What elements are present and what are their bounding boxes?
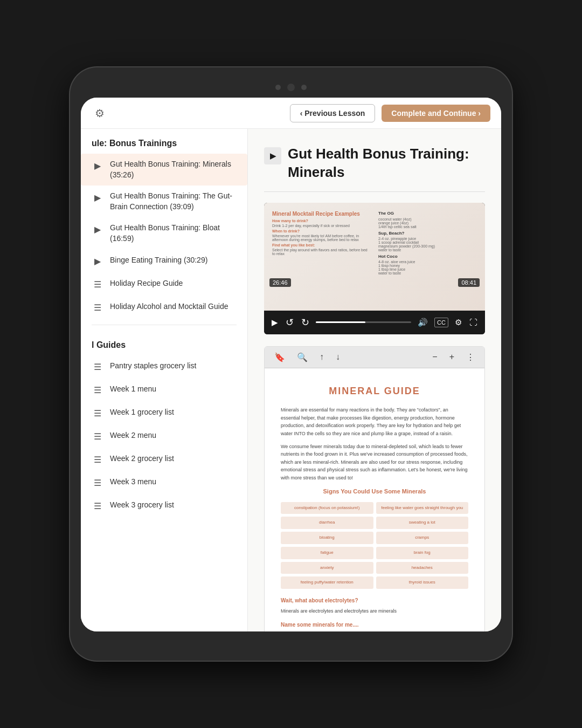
video-timestamp-right: 08:41 — [458, 278, 480, 287]
video-play-icon: ▶ — [270, 151, 276, 161]
prev-lesson-label: ‹ Previous Lesson — [300, 109, 365, 118]
pdf-zoom-in-button[interactable]: + — [447, 351, 456, 363]
top-nav: ⚙ ‹ Previous Lesson Complete and Continu… — [81, 98, 501, 129]
list-icon-g4: ☰ — [92, 454, 103, 466]
video-player[interactable]: Mineral Mocktail Recipe Examples How man… — [264, 203, 485, 334]
pdf-viewer: 🔖 🔍 ↑ ↓ − + ⋮ MINERAL GUIDE Minerals are… — [264, 346, 485, 631]
sign-7: brain fog — [376, 547, 469, 559]
play-icon-2: ▶ — [92, 223, 103, 235]
main-area: ule: Bonus Trainings ▶ Gut Health Bonus … — [81, 129, 501, 631]
play-pause-button[interactable]: ▶ — [271, 317, 279, 328]
sign-9: headaches — [376, 562, 469, 574]
sign-10: feeling puffy/water retention — [281, 576, 373, 589]
sidebar-item-0[interactable]: ▶ Gut Health Bonus Training: Minerals (3… — [81, 154, 247, 186]
name-minerals-title: Name some minerals for me.... — [281, 621, 468, 629]
sidebar-item-text-0: Gut Health Bonus Training: Minerals (35:… — [110, 159, 237, 180]
pdf-toolbar: 🔖 🔍 ↑ ↓ − + ⋮ — [265, 347, 484, 368]
electrolytes-text: Minerals are electrolytes and electrolyt… — [281, 607, 468, 615]
list-icon-g1: ☰ — [92, 384, 103, 396]
sidebar-item-1[interactable]: ▶ Gut Health Bonus Training: The Gut-Bra… — [81, 186, 247, 217]
camera-bar — [81, 84, 501, 91]
sidebar-item-text-1: Gut Health Bonus Training: The Gut-Brain… — [110, 191, 237, 212]
forward-button[interactable]: ↻ — [300, 315, 310, 329]
sidebar-item-text-5: Holiday Alcohol and Mocktail Guide — [110, 301, 228, 312]
guide-item-text-0: Pantry staples grocery list — [110, 361, 196, 372]
tablet-frame: ⚙ ‹ Previous Lesson Complete and Continu… — [70, 67, 512, 661]
sidebar-item-text-4: Holiday Recipe Guide — [110, 278, 183, 289]
volume-button[interactable]: 🔊 — [417, 317, 429, 328]
pdf-zoom-out-button[interactable]: − — [430, 351, 439, 363]
guide-item-6[interactable]: ☰ Week 3 grocery list — [81, 495, 247, 518]
signs-grid: constipation (focus on potassium!) feeli… — [281, 502, 468, 589]
video-controls: ▶ ↺ ↻ 🔊 CC ⚙ ⛶ — [264, 311, 485, 334]
sign-6: fatigue — [281, 547, 373, 559]
sidebar: ule: Bonus Trainings ▶ Gut Health Bonus … — [81, 129, 248, 631]
video-timestamp-left: 26:46 — [269, 278, 291, 287]
rewind-button[interactable]: ↺ — [285, 315, 295, 329]
settings-button[interactable]: ⚙ — [92, 104, 108, 123]
play-icon-0: ▶ — [92, 160, 103, 171]
list-icon-g6: ☰ — [92, 500, 103, 512]
guide-item-1[interactable]: ☰ Week 1 menu — [81, 379, 247, 402]
settings-video-button[interactable]: ⚙ — [454, 317, 463, 328]
content-title-text: Gut Health Bonus Training: Minerals — [288, 145, 485, 182]
guides-section-title: l Guides — [81, 331, 247, 355]
sign-2: diarrhea — [281, 517, 373, 529]
guide-item-2[interactable]: ☰ Week 1 grocery list — [81, 402, 247, 425]
guide-item-text-4: Week 2 grocery list — [110, 454, 174, 464]
guide-item-text-3: Week 2 menu — [110, 430, 156, 441]
signs-title: Signs You Could Use Some Minerals — [281, 487, 468, 497]
list-icon-g2: ☰ — [92, 408, 103, 420]
video-icon-box: ▶ — [264, 147, 281, 164]
sign-1: feeling like water goes straight through… — [376, 502, 469, 514]
prev-lesson-button[interactable]: ‹ Previous Lesson — [290, 104, 376, 122]
sidebar-item-text-3: Binge Eating Training (30:29) — [110, 255, 207, 266]
camera-dot-right — [301, 85, 307, 90]
sign-0: constipation (focus on potassium!) — [281, 502, 373, 514]
bonus-section-title: ule: Bonus Trainings — [81, 129, 247, 154]
content-title: ▶ Gut Health Bonus Training: Minerals — [264, 145, 485, 182]
sidebar-item-2[interactable]: ▶ Gut Health Bonus Training: Bloat (16:5… — [81, 217, 247, 249]
camera-dot-left — [275, 85, 281, 90]
pdf-more-button[interactable]: ⋮ — [464, 351, 477, 363]
guide-item-text-6: Week 3 grocery list — [110, 500, 174, 511]
pdf-content: MINERAL GUIDE Minerals are essential for… — [265, 368, 484, 631]
video-progress-bar[interactable] — [316, 321, 411, 323]
sidebar-item-3[interactable]: ▶ Binge Eating Training (30:29) — [81, 250, 247, 273]
list-icon-g0: ☰ — [92, 361, 103, 373]
fullscreen-button[interactable]: ⛶ — [468, 317, 479, 328]
video-progress-fill — [316, 321, 365, 323]
pdf-up-button[interactable]: ↑ — [317, 351, 326, 363]
guide-item-text-2: Week 1 grocery list — [110, 407, 174, 418]
guide-item-3[interactable]: ☰ Week 2 menu — [81, 425, 247, 448]
camera-dot-center — [287, 84, 295, 91]
sign-8: anxiety — [281, 562, 373, 574]
recipe-col-left: Mineral Mocktail Recipe Examples How man… — [269, 208, 373, 305]
sign-11: thyroid issues — [376, 576, 469, 589]
video-thumbnail-content: Mineral Mocktail Recipe Examples How man… — [264, 203, 485, 311]
content-divider — [264, 191, 485, 192]
sign-5: cramps — [376, 532, 469, 544]
video-thumbnail: Mineral Mocktail Recipe Examples How man… — [264, 203, 485, 311]
pdf-para-2: We consume fewer minerals today due to m… — [281, 443, 468, 482]
sidebar-item-4[interactable]: ☰ Holiday Recipe Guide — [81, 273, 247, 296]
pdf-search-button[interactable]: 🔍 — [295, 351, 310, 363]
complete-continue-label: Complete and Continue › — [391, 109, 481, 118]
gear-icon: ⚙ — [95, 107, 105, 119]
complete-continue-button[interactable]: Complete and Continue › — [382, 105, 490, 122]
guide-item-text-1: Week 1 menu — [110, 384, 156, 395]
guide-item-5[interactable]: ☰ Week 3 menu — [81, 471, 247, 495]
mineral-guide-title: MINERAL GUIDE — [281, 383, 468, 399]
play-icon-3: ▶ — [92, 256, 103, 267]
guide-item-0[interactable]: ☰ Pantry staples grocery list — [81, 355, 247, 379]
guide-item-4[interactable]: ☰ Week 2 grocery list — [81, 448, 247, 471]
tablet-screen: ⚙ ‹ Previous Lesson Complete and Continu… — [81, 98, 501, 631]
sidebar-item-text-2: Gut Health Bonus Training: Bloat (16:59) — [110, 223, 237, 244]
list-icon-g5: ☰ — [92, 477, 103, 489]
sidebar-item-5[interactable]: ☰ Holiday Alcohol and Mocktail Guide — [81, 296, 247, 319]
pdf-down-button[interactable]: ↓ — [334, 351, 342, 363]
pdf-para-1: Minerals are essential for many reaction… — [281, 406, 468, 437]
pdf-bookmark-button[interactable]: 🔖 — [272, 351, 287, 363]
captions-button[interactable]: CC — [434, 318, 448, 327]
sidebar-divider — [92, 325, 237, 325]
